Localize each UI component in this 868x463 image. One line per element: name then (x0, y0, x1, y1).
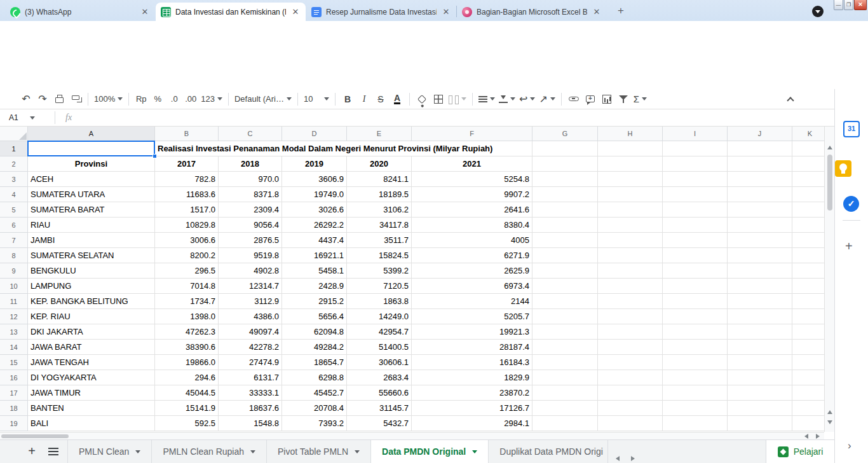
text-color-button[interactable]: A (394, 93, 400, 104)
row-header-1[interactable]: 1 (0, 141, 28, 156)
cell-value[interactable]: 10829.8 (155, 218, 219, 233)
paint-format-button[interactable] (67, 92, 84, 107)
cell-value[interactable]: 8371.8 (219, 187, 282, 202)
cell-value[interactable]: 3606.9 (282, 172, 347, 187)
cell-value[interactable]: 4902.8 (219, 263, 282, 279)
cell[interactable] (792, 156, 824, 172)
cell[interactable] (532, 324, 598, 340)
cell[interactable] (728, 187, 792, 202)
cell-header-2020[interactable]: 2020 (347, 156, 412, 172)
cell-value[interactable]: 30606.1 (347, 355, 412, 370)
cell-value[interactable]: 15824.5 (347, 248, 412, 263)
vertical-scroll-thumb[interactable] (827, 155, 832, 211)
tab-close-icon[interactable]: ✕ (592, 7, 602, 17)
cell[interactable] (532, 370, 598, 385)
cell[interactable] (663, 156, 728, 172)
tab-close-icon[interactable]: ✕ (140, 7, 150, 17)
merge-cells-button[interactable] (447, 92, 468, 107)
cell[interactable] (598, 233, 663, 248)
column-header-I[interactable]: I (663, 127, 728, 141)
cell-value[interactable]: 38390.6 (155, 340, 219, 355)
cell[interactable] (663, 279, 728, 294)
cell-value[interactable]: 16184.3 (412, 355, 532, 370)
sheet-tab-data-pmdn-original[interactable]: Data PMDN Original (371, 440, 489, 463)
window-minimize-button[interactable]: — (834, 0, 843, 10)
sheet-tab-caret-icon[interactable] (135, 450, 140, 453)
cell-value[interactable]: 4386.0 (219, 309, 282, 324)
cell-value[interactable]: 15141.9 (155, 401, 219, 416)
column-header-F[interactable]: F (412, 127, 532, 141)
sheet-nav-left-icon[interactable] (614, 447, 623, 456)
scroll-right-icon[interactable] (816, 434, 820, 439)
row-header-12[interactable]: 12 (0, 309, 28, 324)
cell[interactable] (792, 294, 824, 309)
row-header-3[interactable]: 3 (0, 172, 28, 187)
cell-value[interactable]: 2625.9 (412, 263, 532, 279)
cell[interactable] (598, 218, 663, 233)
filter-button[interactable] (615, 92, 632, 107)
explore-button[interactable]: Pelajari (766, 440, 834, 463)
scroll-left-icon[interactable] (804, 434, 808, 439)
cell[interactable] (532, 202, 598, 218)
cell-value[interactable]: 5254.8 (412, 172, 532, 187)
cell[interactable] (663, 141, 728, 156)
cell-A1[interactable] (28, 141, 155, 156)
cell-value[interactable]: 5205.7 (412, 309, 532, 324)
all-sheets-menu-icon[interactable] (48, 448, 58, 455)
cell-header-Provinsi[interactable]: Provinsi (28, 156, 155, 172)
cell[interactable] (663, 309, 728, 324)
cell[interactable] (598, 416, 663, 431)
cell-province[interactable]: SUMATERA UTARA (28, 187, 155, 202)
functions-button[interactable]: Σ (632, 92, 649, 107)
cell-value[interactable]: 33333.1 (219, 385, 282, 401)
cell[interactable] (532, 385, 598, 401)
cell[interactable] (728, 218, 792, 233)
cell-value[interactable]: 1517.0 (155, 202, 219, 218)
cell-value[interactable]: 7014.8 (155, 279, 219, 294)
cell-value[interactable]: 2876.5 (219, 233, 282, 248)
more-formats-button[interactable]: 123 (199, 92, 224, 107)
cell[interactable] (532, 401, 598, 416)
cell-value[interactable]: 17126.7 (412, 401, 532, 416)
row-header-10[interactable]: 10 (0, 279, 28, 294)
cell-header-2017[interactable]: 2017 (155, 156, 219, 172)
cell[interactable] (792, 416, 824, 431)
cell-value[interactable]: 49284.2 (282, 340, 347, 355)
cell[interactable] (663, 324, 728, 340)
cell[interactable] (663, 294, 728, 309)
row-header-4[interactable]: 4 (0, 187, 28, 202)
cell[interactable] (728, 263, 792, 279)
borders-button[interactable] (430, 92, 447, 107)
zoom-select[interactable]: 100% (92, 92, 125, 107)
browser-tab[interactable]: Data Investasi dan Kemiskinan (F✕ (156, 3, 306, 21)
cell-value[interactable]: 4005 (412, 233, 532, 248)
calendar-icon[interactable]: 31 (843, 121, 860, 137)
cell-value[interactable]: 5432.7 (347, 416, 412, 431)
cell[interactable] (532, 187, 598, 202)
font-size-select[interactable]: 10 (302, 92, 331, 107)
fill-color-button[interactable] (414, 92, 430, 107)
cell-value[interactable]: 3112.9 (219, 294, 282, 309)
cell-value[interactable]: 6271.9 (412, 248, 532, 263)
cell-value[interactable]: 2309.4 (219, 202, 282, 218)
cell-value[interactable]: 970.0 (219, 172, 282, 187)
row-header-11[interactable]: 11 (0, 294, 28, 309)
row-header-15[interactable]: 15 (0, 355, 28, 370)
select-all-corner[interactable] (0, 127, 28, 141)
sheet-tab-pmln-clean[interactable]: PMLN Clean (67, 440, 152, 463)
collapse-panel-icon[interactable]: › (848, 439, 851, 452)
cell[interactable] (532, 248, 598, 263)
cell[interactable] (598, 385, 663, 401)
cell-value[interactable]: 2915.2 (282, 294, 347, 309)
column-header-K[interactable]: K (792, 127, 824, 141)
cell-province[interactable]: ACEH (28, 172, 155, 187)
cell-value[interactable]: 19749.0 (282, 187, 347, 202)
cell-value[interactable]: 49097.4 (219, 324, 282, 340)
new-tab-button[interactable]: + (614, 4, 628, 18)
row-header-2[interactable]: 2 (0, 156, 28, 172)
cell-value[interactable]: 2683.4 (347, 370, 412, 385)
redo-button[interactable]: ↷ (34, 92, 51, 107)
cell-value[interactable]: 2144 (412, 294, 532, 309)
cell[interactable] (792, 248, 824, 263)
horizontal-align-button[interactable] (477, 92, 497, 107)
